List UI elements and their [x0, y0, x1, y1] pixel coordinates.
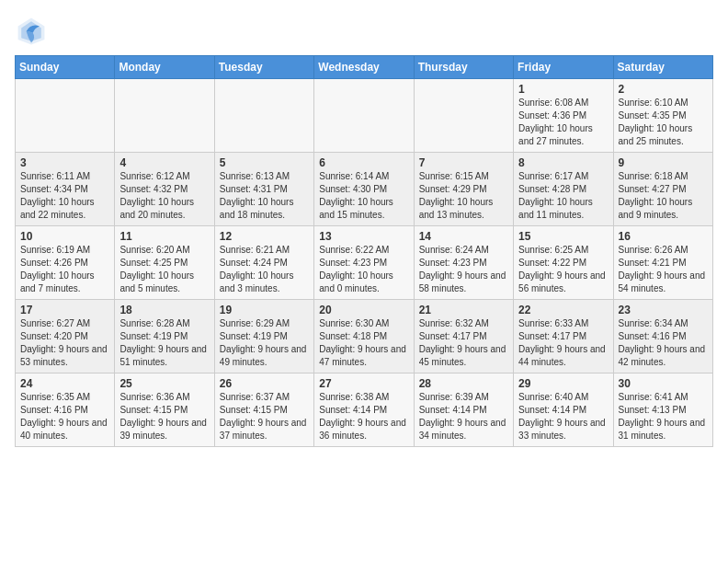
day-info: Sunrise: 6:18 AM Sunset: 4:27 PM Dayligh…	[619, 170, 708, 222]
calendar-body: 1Sunrise: 6:08 AM Sunset: 4:36 PM Daylig…	[16, 79, 713, 447]
calendar-day: 20Sunrise: 6:30 AM Sunset: 4:18 PM Dayli…	[314, 300, 414, 373]
day-number: 16	[619, 230, 708, 243]
day-info: Sunrise: 6:21 AM Sunset: 4:24 PM Dayligh…	[220, 244, 309, 295]
day-number: 22	[518, 304, 608, 316]
calendar-day: 19Sunrise: 6:29 AM Sunset: 4:19 PM Dayli…	[214, 300, 313, 373]
calendar-day: 13Sunrise: 6:22 AM Sunset: 4:23 PM Dayli…	[314, 226, 414, 300]
day-number: 7	[419, 156, 508, 169]
day-info: Sunrise: 6:12 AM Sunset: 4:32 PM Dayligh…	[119, 170, 209, 222]
calendar-day: 15Sunrise: 6:25 AM Sunset: 4:22 PM Dayli…	[514, 226, 613, 300]
calendar-week-5: 24Sunrise: 6:35 AM Sunset: 4:16 PM Dayli…	[16, 373, 713, 447]
day-info: Sunrise: 6:25 AM Sunset: 4:22 PM Dayligh…	[518, 244, 608, 295]
calendar-week-1: 1Sunrise: 6:08 AM Sunset: 4:36 PM Daylig…	[16, 79, 713, 153]
calendar-day: 2Sunrise: 6:10 AM Sunset: 4:35 PM Daylig…	[613, 79, 712, 153]
day-info: Sunrise: 6:33 AM Sunset: 4:17 PM Dayligh…	[518, 317, 608, 369]
day-info: Sunrise: 6:11 AM Sunset: 4:34 PM Dayligh…	[20, 170, 109, 222]
calendar-day: 23Sunrise: 6:34 AM Sunset: 4:16 PM Dayli…	[613, 300, 712, 373]
day-number: 3	[20, 156, 109, 169]
weekday-header-monday: Monday	[115, 56, 214, 79]
calendar-day: 18Sunrise: 6:28 AM Sunset: 4:19 PM Dayli…	[115, 300, 214, 373]
calendar-header: SundayMondayTuesdayWednesdayThursdayFrid…	[16, 56, 713, 79]
calendar-day: 28Sunrise: 6:39 AM Sunset: 4:14 PM Dayli…	[414, 373, 513, 447]
day-number: 8	[518, 156, 608, 169]
calendar-day: 4Sunrise: 6:12 AM Sunset: 4:32 PM Daylig…	[115, 153, 214, 226]
day-number: 11	[119, 230, 209, 243]
calendar-day	[314, 79, 414, 153]
day-number: 9	[619, 156, 708, 169]
day-info: Sunrise: 6:14 AM Sunset: 4:30 PM Dayligh…	[319, 170, 408, 222]
day-info: Sunrise: 6:32 AM Sunset: 4:17 PM Dayligh…	[419, 317, 508, 369]
day-number: 5	[220, 156, 309, 169]
calendar-day	[16, 79, 115, 153]
calendar-day	[214, 79, 313, 153]
page-header	[15, 15, 713, 48]
calendar-week-2: 3Sunrise: 6:11 AM Sunset: 4:34 PM Daylig…	[16, 153, 713, 226]
day-number: 27	[319, 377, 408, 390]
day-info: Sunrise: 6:29 AM Sunset: 4:19 PM Dayligh…	[220, 317, 309, 369]
day-info: Sunrise: 6:17 AM Sunset: 4:28 PM Dayligh…	[518, 170, 608, 222]
day-number: 15	[518, 230, 608, 243]
calendar-day: 30Sunrise: 6:41 AM Sunset: 4:13 PM Dayli…	[613, 373, 712, 447]
day-number: 12	[220, 230, 309, 243]
calendar-day: 17Sunrise: 6:27 AM Sunset: 4:20 PM Dayli…	[16, 300, 115, 373]
calendar-day: 3Sunrise: 6:11 AM Sunset: 4:34 PM Daylig…	[16, 153, 115, 226]
day-info: Sunrise: 6:40 AM Sunset: 4:14 PM Dayligh…	[518, 391, 608, 442]
day-info: Sunrise: 6:20 AM Sunset: 4:25 PM Dayligh…	[119, 244, 209, 295]
calendar-day: 9Sunrise: 6:18 AM Sunset: 4:27 PM Daylig…	[613, 153, 712, 226]
day-number: 4	[119, 156, 209, 169]
day-number: 14	[419, 230, 508, 243]
weekday-header-sunday: Sunday	[16, 56, 115, 79]
day-number: 21	[419, 304, 508, 316]
day-info: Sunrise: 6:08 AM Sunset: 4:36 PM Dayligh…	[518, 97, 608, 148]
day-info: Sunrise: 6:34 AM Sunset: 4:16 PM Dayligh…	[619, 317, 708, 369]
day-number: 18	[119, 304, 209, 316]
day-number: 1	[518, 83, 608, 96]
calendar-day: 16Sunrise: 6:26 AM Sunset: 4:21 PM Dayli…	[613, 226, 712, 300]
day-number: 26	[220, 377, 309, 390]
calendar-day: 12Sunrise: 6:21 AM Sunset: 4:24 PM Dayli…	[214, 226, 313, 300]
calendar-day: 22Sunrise: 6:33 AM Sunset: 4:17 PM Dayli…	[514, 300, 613, 373]
day-number: 29	[518, 377, 608, 390]
day-info: Sunrise: 6:22 AM Sunset: 4:23 PM Dayligh…	[319, 244, 408, 295]
day-info: Sunrise: 6:38 AM Sunset: 4:14 PM Dayligh…	[319, 391, 408, 442]
day-info: Sunrise: 6:41 AM Sunset: 4:13 PM Dayligh…	[619, 391, 708, 442]
day-info: Sunrise: 6:27 AM Sunset: 4:20 PM Dayligh…	[20, 317, 109, 369]
day-info: Sunrise: 6:26 AM Sunset: 4:21 PM Dayligh…	[619, 244, 708, 295]
logo	[15, 15, 51, 48]
calendar-day	[115, 79, 214, 153]
calendar: SundayMondayTuesdayWednesdayThursdayFrid…	[15, 55, 713, 447]
calendar-day: 26Sunrise: 6:37 AM Sunset: 4:15 PM Dayli…	[214, 373, 313, 447]
calendar-day: 1Sunrise: 6:08 AM Sunset: 4:36 PM Daylig…	[514, 79, 613, 153]
day-info: Sunrise: 6:35 AM Sunset: 4:16 PM Dayligh…	[20, 391, 109, 442]
calendar-day: 27Sunrise: 6:38 AM Sunset: 4:14 PM Dayli…	[314, 373, 414, 447]
calendar-day: 7Sunrise: 6:15 AM Sunset: 4:29 PM Daylig…	[414, 153, 513, 226]
day-info: Sunrise: 6:30 AM Sunset: 4:18 PM Dayligh…	[319, 317, 408, 369]
logo-icon	[15, 15, 48, 48]
calendar-day: 24Sunrise: 6:35 AM Sunset: 4:16 PM Dayli…	[16, 373, 115, 447]
day-number: 6	[319, 156, 408, 169]
weekday-header-tuesday: Tuesday	[214, 56, 313, 79]
day-info: Sunrise: 6:36 AM Sunset: 4:15 PM Dayligh…	[119, 391, 209, 442]
day-number: 30	[619, 377, 708, 390]
calendar-day: 8Sunrise: 6:17 AM Sunset: 4:28 PM Daylig…	[514, 153, 613, 226]
calendar-day	[414, 79, 513, 153]
calendar-day: 10Sunrise: 6:19 AM Sunset: 4:26 PM Dayli…	[16, 226, 115, 300]
weekday-row: SundayMondayTuesdayWednesdayThursdayFrid…	[16, 56, 713, 79]
day-info: Sunrise: 6:24 AM Sunset: 4:23 PM Dayligh…	[419, 244, 508, 295]
calendar-week-4: 17Sunrise: 6:27 AM Sunset: 4:20 PM Dayli…	[16, 300, 713, 373]
calendar-day: 21Sunrise: 6:32 AM Sunset: 4:17 PM Dayli…	[414, 300, 513, 373]
day-info: Sunrise: 6:10 AM Sunset: 4:35 PM Dayligh…	[619, 97, 708, 148]
day-info: Sunrise: 6:39 AM Sunset: 4:14 PM Dayligh…	[419, 391, 508, 442]
day-number: 20	[319, 304, 408, 316]
weekday-header-wednesday: Wednesday	[314, 56, 414, 79]
day-info: Sunrise: 6:28 AM Sunset: 4:19 PM Dayligh…	[119, 317, 209, 369]
day-number: 28	[419, 377, 508, 390]
day-number: 19	[220, 304, 309, 316]
day-number: 25	[119, 377, 209, 390]
day-info: Sunrise: 6:19 AM Sunset: 4:26 PM Dayligh…	[20, 244, 109, 295]
calendar-day: 6Sunrise: 6:14 AM Sunset: 4:30 PM Daylig…	[314, 153, 414, 226]
calendar-week-3: 10Sunrise: 6:19 AM Sunset: 4:26 PM Dayli…	[16, 226, 713, 300]
day-number: 23	[619, 304, 708, 316]
day-number: 24	[20, 377, 109, 390]
calendar-day: 5Sunrise: 6:13 AM Sunset: 4:31 PM Daylig…	[214, 153, 313, 226]
